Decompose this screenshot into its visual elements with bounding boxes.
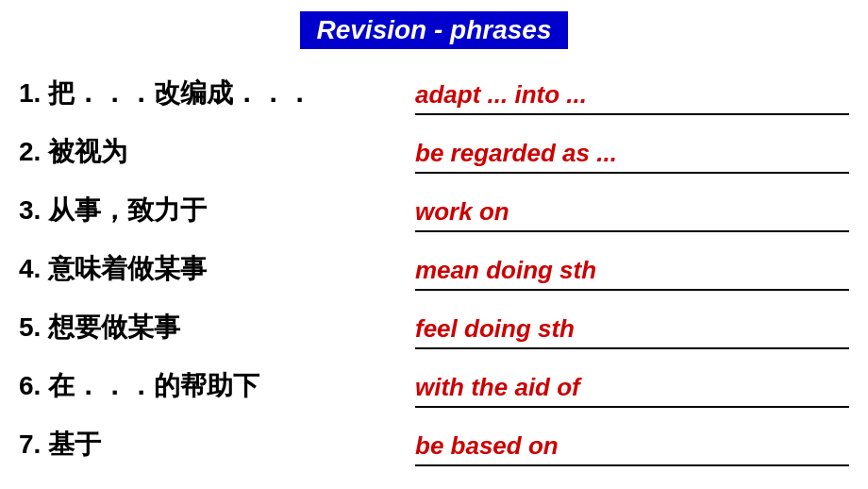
english-text: work on [415, 197, 509, 226]
english-col: feel doing sth [415, 314, 849, 349]
english-text: be regarded as ... [415, 139, 617, 167]
title-container: Revision - phrases [19, 11, 849, 49]
english-col: mean doing sth [415, 256, 849, 291]
english-text: feel doing sth [415, 314, 575, 343]
phrase-row: 4. 意味着做某事mean doing sth [19, 242, 849, 291]
english-text: be based on [415, 431, 559, 460]
chinese-text: 4. 意味着做某事 [19, 251, 415, 291]
chinese-text: 2. 被视为 [19, 134, 415, 174]
phrase-row: 7. 基于be based on [19, 417, 849, 466]
english-col: with the aid of [415, 373, 849, 408]
english-text: mean doing sth [415, 256, 596, 284]
english-text: with the aid of [415, 373, 580, 401]
english-col: work on [415, 197, 849, 232]
chinese-text: 5. 想要做某事 [19, 310, 415, 349]
chinese-text: 1. 把．．．改编成．．． [19, 76, 415, 115]
page-container: Revision - phrases 1. 把．．．改编成．．．adapt ..… [0, 0, 868, 489]
english-col: adapt ... into ... [415, 80, 849, 115]
phrase-row: 5. 想要做某事feel doing sth [19, 300, 849, 349]
phrase-row: 3. 从事，致力于work on [19, 183, 849, 232]
english-col: be regarded as ... [415, 139, 849, 174]
english-col: be based on [415, 431, 849, 466]
chinese-text: 7. 基于 [19, 427, 415, 466]
phrases-list: 1. 把．．．改编成．．．adapt ... into ...2. 被视为be … [19, 66, 849, 466]
page-title: Revision - phrases [300, 11, 569, 49]
english-text: adapt ... into ... [415, 80, 587, 109]
phrase-row: 6. 在．．．的帮助下with the aid of [19, 359, 849, 408]
chinese-text: 6. 在．．．的帮助下 [19, 368, 415, 408]
phrase-row: 1. 把．．．改编成．．．adapt ... into ... [19, 66, 849, 115]
phrase-row: 2. 被视为be regarded as ... [19, 125, 849, 174]
chinese-text: 3. 从事，致力于 [19, 193, 415, 232]
